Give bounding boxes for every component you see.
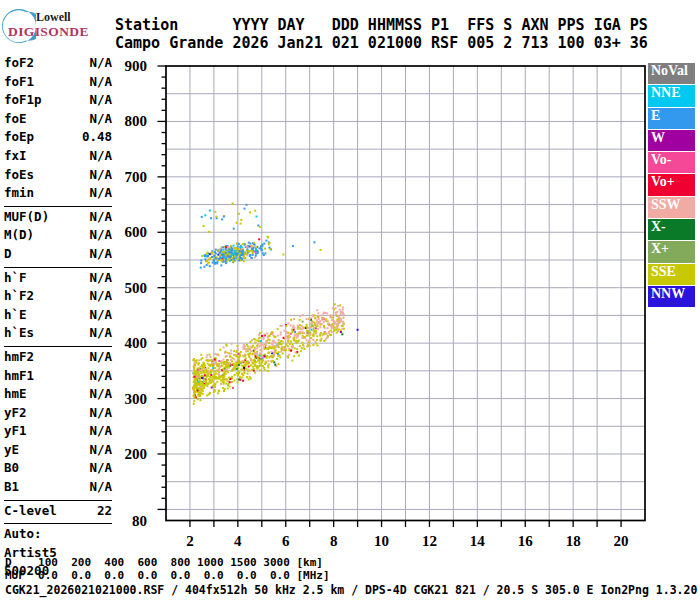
legend-item-sse: SSE: [648, 264, 695, 285]
muf-values-row: MUF 0.0 0.0 0.0 0.0 0.0 0.0 0.0 0.0 [MHz…: [5, 569, 330, 582]
axis-ticks: [158, 66, 622, 527]
grid-lines: [166, 66, 645, 521]
x-tick-label-14: 14: [470, 533, 486, 549]
x-tick-label-8: 8: [330, 533, 338, 549]
y-tick-label-300: 300: [125, 391, 148, 407]
x-tick-label-6: 6: [282, 533, 290, 549]
y-tick-label-200: 200: [125, 446, 148, 462]
distance-scale-row: D 100 200 400 600 800 1000 1500 3000 [km…: [5, 556, 323, 569]
y-tick-label-500: 500: [125, 280, 148, 296]
legend-item-nnw: NNW: [648, 286, 695, 307]
legend-item-w: W: [648, 130, 695, 151]
y-tick-label-700: 700: [125, 169, 148, 185]
x-tick-label-16: 16: [518, 533, 534, 549]
x-tick-label-12: 12: [422, 533, 437, 549]
y-tick-label-80: 80: [132, 513, 147, 529]
legend-item-x: X-: [648, 219, 695, 240]
file-info-line: CGK21_2026021021000.RSF / 404fx512h 50 k…: [5, 583, 697, 597]
y-tick-label-900: 900: [125, 58, 148, 74]
direction-color-legend: NoValNNEEWVo-Vo+SSWX-X+SSENNW: [648, 63, 695, 308]
x-tick-label-18: 18: [566, 533, 581, 549]
legend-item-nne: NNE: [648, 85, 695, 106]
legend-item-noval: NoVal: [648, 63, 695, 84]
legend-item-vo: Vo+: [648, 174, 695, 195]
legend-item-x: X+: [648, 241, 695, 262]
legend-item-vo: Vo-: [648, 152, 695, 173]
x-tick-label-4: 4: [234, 533, 242, 549]
y-tick-label-600: 600: [125, 224, 148, 240]
axis-labels: 2468101214161820900800700600500400300200…: [125, 58, 629, 549]
legend-item-ssw: SSW: [648, 197, 695, 218]
x-tick-label-20: 20: [614, 533, 629, 549]
y-tick-label-800: 800: [125, 113, 148, 129]
legend-item-e: E: [648, 108, 695, 129]
x-tick-label-10: 10: [374, 533, 389, 549]
x-tick-label-2: 2: [186, 533, 194, 549]
y-tick-label-400: 400: [125, 335, 148, 351]
ionogram-chart: 2468101214161820900800700600500400300200…: [0, 0, 700, 600]
